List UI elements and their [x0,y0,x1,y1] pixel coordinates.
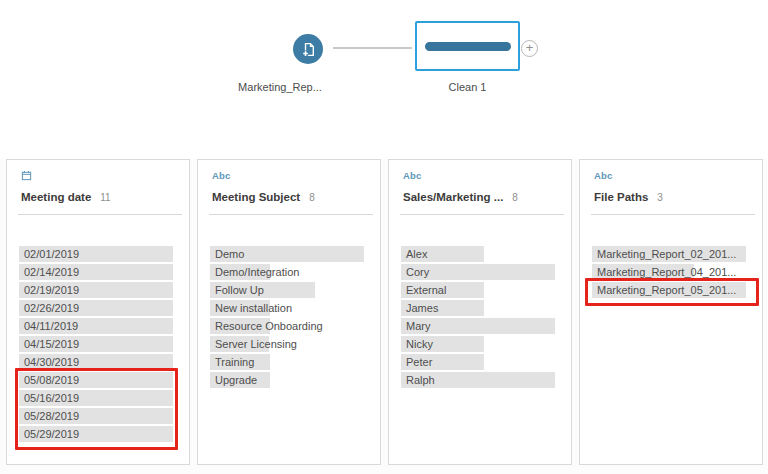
field-type-row [21,169,32,182]
value-label: Resource Onboarding [210,318,364,334]
abc-type-icon: Abc [212,170,231,181]
value-label: 05/08/2019 [19,372,173,388]
value-row[interactable]: 05/29/2019 [19,426,173,442]
abc-type-icon: Abc [594,170,613,181]
field-value-count: 8 [512,192,518,203]
value-row[interactable]: External [401,282,555,298]
value-label: Upgrade [210,372,364,388]
flow-pane: Marketing_Rep... Clean 1 + [0,0,768,159]
profile-card-file-paths: AbcFile Paths3Marketing_Report_02_201...… [579,159,763,465]
value-row[interactable]: Nicky [401,336,555,352]
value-label: Alex [401,246,555,262]
field-name: Meeting Subject [212,191,300,203]
value-list: DemoDemo/IntegrationFollow UpNew install… [210,246,364,390]
value-label: 04/30/2019 [19,354,173,370]
value-label: 05/28/2019 [19,408,173,424]
value-row[interactable]: 05/28/2019 [19,408,173,424]
value-row[interactable]: 02/14/2019 [19,264,173,280]
value-label: Mary [401,318,555,334]
input-node-label: Marketing_Rep... [225,81,335,93]
field-name: Meeting date [21,191,91,203]
header-divider [591,214,755,215]
add-step-button[interactable]: + [521,40,538,57]
value-row[interactable]: 04/30/2019 [19,354,173,370]
field-name-row[interactable]: File Paths3 [594,187,754,205]
value-label: James [401,300,555,316]
value-label: 02/01/2019 [19,246,173,262]
value-row[interactable]: 02/26/2019 [19,300,173,316]
clean-node-selected[interactable] [415,21,520,71]
value-row[interactable]: Marketing_Report_02_201... [592,246,746,262]
input-node[interactable] [293,34,323,64]
value-list: AlexCoryExternalJamesMaryNickyPeterRalph [401,246,555,390]
field-name-row[interactable]: Sales/Marketing ...8 [403,187,563,205]
value-row[interactable]: Peter [401,354,555,370]
value-row[interactable]: Server Licensing [210,336,364,352]
field-name-row[interactable]: Meeting Subject8 [212,187,372,205]
header-divider [18,214,182,215]
value-row[interactable]: Ralph [401,372,555,388]
value-label: Demo [210,246,364,262]
value-label: Cory [401,264,555,280]
value-row[interactable]: 05/08/2019 [19,372,173,388]
value-list: Marketing_Report_02_201...Marketing_Repo… [592,246,746,300]
value-list: 02/01/201902/14/201902/19/201902/26/2019… [19,246,173,444]
calendar-icon [21,170,32,181]
value-row[interactable]: 02/01/2019 [19,246,173,262]
value-row[interactable]: James [401,300,555,316]
value-label: Follow Up [210,282,364,298]
field-name-row[interactable]: Meeting date11 [21,187,181,205]
value-label: 02/14/2019 [19,264,173,280]
flow-connector-line [333,47,412,49]
value-row[interactable]: Mary [401,318,555,334]
field-value-count: 11 [100,192,110,203]
value-row[interactable]: Training [210,354,364,370]
value-label: 04/15/2019 [19,336,173,352]
value-label: Ralph [401,372,555,388]
field-type-row: Abc [212,169,231,182]
value-label: Demo/Integration [210,264,364,280]
field-type-row: Abc [403,169,422,182]
profile-card-meeting-subject: AbcMeeting Subject8DemoDemo/IntegrationF… [197,159,381,465]
field-name: File Paths [594,191,648,203]
abc-type-icon: Abc [403,170,422,181]
value-label: Marketing_Report_02_201... [592,246,746,262]
clean-step-bar-icon [425,42,511,51]
value-label: New installation [210,300,364,316]
field-name: Sales/Marketing ... [403,191,503,203]
value-row[interactable]: Resource Onboarding [210,318,364,334]
value-label: 05/29/2019 [19,426,173,442]
value-row[interactable]: 05/16/2019 [19,390,173,406]
field-type-row: Abc [594,169,613,182]
value-label: 02/19/2019 [19,282,173,298]
value-label: Marketing_Report_05_201... [592,282,746,298]
value-label: 02/26/2019 [19,300,173,316]
value-label: Nicky [401,336,555,352]
value-row[interactable]: Marketing_Report_05_201... [592,282,746,298]
value-row[interactable]: Follow Up [210,282,364,298]
value-row[interactable]: Upgrade [210,372,364,388]
profile-card-sales-marketing: AbcSales/Marketing ...8AlexCoryExternalJ… [388,159,572,465]
value-row[interactable]: Alex [401,246,555,262]
value-row[interactable]: Cory [401,264,555,280]
value-row[interactable]: 04/11/2019 [19,318,173,334]
value-row[interactable]: 02/19/2019 [19,282,173,298]
file-add-icon [300,41,317,58]
clean-node-label: Clean 1 [415,81,520,93]
profile-card-meeting-date: Meeting date1102/01/201902/14/201902/19/… [6,159,190,465]
value-row[interactable]: Marketing_Report_04_201... [592,264,746,280]
value-row[interactable]: Demo [210,246,364,262]
value-label: External [401,282,555,298]
profile-pane: Meeting date1102/01/201902/14/201902/19/… [0,159,768,465]
value-label: Training [210,354,364,370]
field-value-count: 8 [309,192,315,203]
value-row[interactable]: 04/15/2019 [19,336,173,352]
value-label: 04/11/2019 [19,318,173,334]
header-divider [400,214,564,215]
value-label: Peter [401,354,555,370]
plus-icon: + [526,40,534,55]
value-row[interactable]: New installation [210,300,364,316]
header-divider [209,214,373,215]
value-row[interactable]: Demo/Integration [210,264,364,280]
field-value-count: 3 [657,192,663,203]
